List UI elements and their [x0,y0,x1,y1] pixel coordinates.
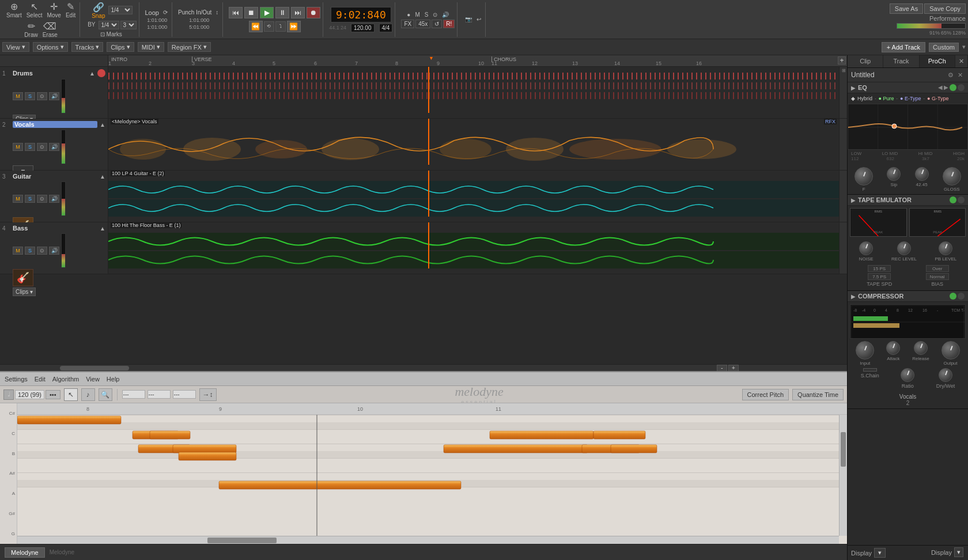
track-color-drums[interactable] [97,69,105,77]
track-name-vocals[interactable]: Vocals [13,121,97,128]
loop-indicator[interactable]: ⟲ [264,21,274,32]
comp-knob-input-ctrl[interactable] [856,341,874,360]
track-tab[interactable]: Track [883,55,919,67]
knob-q[interactable] [915,167,929,181]
eq-bypass-btn[interactable] [958,84,965,91]
mel-help[interactable]: Help [107,376,120,383]
eq-hybrid-icon[interactable]: ◆ [851,96,855,101]
vocals-solo[interactable]: S [25,143,35,151]
move-tool[interactable]: ✛ Move [45,1,62,19]
tracks-hscroll[interactable]: - + [0,364,847,371]
punch-indicator[interactable]: ⤵ [275,21,286,32]
drums-mute[interactable]: M [13,92,23,100]
mel-edit[interactable]: Edit [35,376,46,383]
add-marker-btn[interactable]: + [838,56,846,65]
tape-bypass-btn[interactable] [958,196,965,203]
region-fx-dropdown[interactable]: Region FX ▾ [168,42,211,52]
eq-etype-btn[interactable]: ● E-Type [900,96,921,101]
eq-pure-btn[interactable]: ● Pure [879,96,894,101]
camera-btn[interactable]: 📷 [463,16,474,23]
mel-pitch-input1[interactable] [122,390,145,399]
proch-tab[interactable]: ProCh [920,55,955,67]
tape-bias-over[interactable]: Over [926,265,949,272]
mel-pitch-tool[interactable]: ♪ [81,388,95,401]
bass-mute[interactable]: M [13,247,23,255]
save-copy-btn[interactable]: Save Copy [924,3,966,14]
mel-pitch-input3[interactable] [173,390,196,399]
tape-spd-select2[interactable]: 7.5 PS [868,273,891,280]
tempo-value[interactable]: 120.00 [351,24,375,32]
comp-drywet-knob[interactable] [939,368,952,382]
project-close-btn[interactable]: ✕ [955,70,965,80]
snap-btn[interactable]: 🔗 Snap [90,1,107,20]
close-tab[interactable]: ✕ [955,55,968,67]
options-dropdown[interactable]: Options ▾ [33,42,68,52]
undo-btn[interactable]: ↩ [475,16,483,23]
record-mode-btn[interactable]: ● [405,11,412,18]
tape-knob-pb[interactable] [939,241,952,255]
refresh-btn[interactable]: ↺ [432,20,442,28]
track-name-guitar[interactable]: Guitar [13,173,97,180]
draw-tool[interactable]: ✏ Draw [22,20,39,39]
comp-expand[interactable]: ▶ [851,293,856,300]
track-expand-drums[interactable]: ▲ [89,70,95,77]
play-btn[interactable]: ▶ [260,7,274,18]
eq-enable-btn[interactable] [950,84,956,91]
eq-hybrid-btn[interactable]: Hybrid [857,96,872,101]
guitar-mute[interactable]: M [13,195,23,203]
eq-graph[interactable] [848,104,968,150]
melodyne-tab[interactable]: Melodyne [5,547,45,558]
track-expand-guitar[interactable]: ▲ [100,173,105,180]
eq-next-btn[interactable]: ▶ [944,84,948,91]
loop-btn[interactable]: ⟳ [161,9,169,16]
eq-expand[interactable]: ▶ [851,85,856,91]
tape-bias-normal[interactable]: Normal [926,273,949,280]
smart-tool[interactable]: ⊕ Smart [5,1,24,19]
mel-zoom-tool[interactable]: 🔍 [99,388,112,401]
knob-gain[interactable] [887,167,901,181]
bass-solo[interactable]: S [25,247,35,255]
track-name-bass[interactable]: Bass [13,225,97,232]
rewind-to-start-btn[interactable]: ⏮ [229,7,243,18]
tape-enable-btn[interactable] [950,196,956,203]
comp-knob-release-ctrl[interactable] [914,341,928,355]
bass-clips[interactable]: Clips ▾ [13,287,36,296]
display-status-btn[interactable]: ▾ [954,547,963,557]
record-btn[interactable]: ⏺ [307,7,320,18]
fast-forward-btn[interactable]: ⏭ [291,7,305,18]
speaker-btn[interactable]: 🔊 [440,11,451,18]
fx-btn[interactable]: FX [401,20,414,28]
mel-select-tool[interactable]: ↖ [64,388,78,401]
rewind-btn[interactable]: ⏪ [249,21,263,32]
tape-knob-noise[interactable] [859,241,873,255]
comp-knob-attack-ctrl[interactable] [886,341,900,355]
quantize-time-btn[interactable]: Quantize Time [792,389,844,400]
monitor-btn[interactable]: M [413,11,421,18]
tape-expand[interactable]: ▶ [851,197,856,203]
comp-ratio-knob[interactable] [901,368,914,382]
vocals-vscroll[interactable] [839,119,847,170]
drums-arm[interactable]: ⊙ [37,92,47,100]
mel-pitch-input2[interactable] [148,390,171,399]
eq-prev-btn[interactable]: ◀ [938,84,943,91]
tracks-dropdown[interactable]: Tracks ▾ [71,42,104,52]
clip-tab[interactable]: Clip [848,55,883,67]
erase-tool[interactable]: ⌫ Erase [41,20,59,39]
comp-enable-btn[interactable] [950,293,956,300]
clips-dropdown[interactable]: Clips ▾ [107,42,134,52]
custom-arrow[interactable]: ▾ [962,43,966,51]
pause-btn[interactable]: ⏸ [275,7,289,18]
track-expand-vocals[interactable]: ▲ [100,122,105,128]
stop-btn[interactable]: ⏹ [244,7,258,18]
add-track-btn[interactable]: + Add Track [882,42,925,52]
mel-tempo-menu[interactable]: ••• [46,390,60,399]
snap-num-select[interactable]: 3 [120,21,137,29]
drums-vscroll[interactable]: ⊞ [839,67,847,118]
vocals-mute[interactable]: M [13,143,23,151]
punch-btn[interactable]: ↕ [214,9,220,16]
comp-schain-slider[interactable] [863,368,877,372]
mel-arrow-tool[interactable]: →↕ [199,388,217,401]
midi-dropdown[interactable]: MIDI ▾ [138,42,164,52]
display-dropdown-btn[interactable]: ▾ [874,548,886,558]
ri-btn[interactable]: R! [443,20,455,28]
